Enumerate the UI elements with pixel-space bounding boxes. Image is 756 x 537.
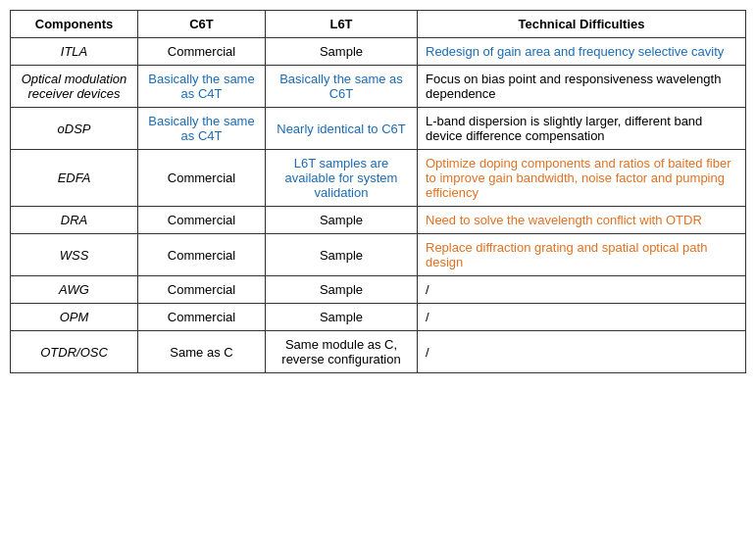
cell-c6t: Commercial [138, 304, 266, 331]
components-table: Components C6T L6T Technical Difficultie… [10, 10, 746, 373]
table-row: oDSPBasically the same as C4TNearly iden… [11, 108, 746, 150]
cell-c6t: Commercial [138, 276, 266, 304]
cell-component: oDSP [11, 108, 138, 150]
cell-component: EDFA [11, 150, 138, 207]
cell-component: AWG [11, 276, 138, 304]
cell-l6t: Sample [266, 38, 418, 66]
cell-c6t: Basically the same as C4T [138, 108, 266, 150]
header-l6t: L6T [266, 11, 418, 38]
cell-tech: Redesign of gain area and frequency sele… [418, 38, 746, 66]
header-c6t: C6T [138, 11, 266, 38]
cell-tech: Optimize doping components and ratios of… [418, 150, 746, 207]
header-tech: Technical Difficulties [418, 11, 746, 38]
cell-c6t: Commercial [138, 38, 266, 66]
cell-component: OPM [11, 304, 138, 331]
header-components: Components [11, 11, 138, 38]
cell-tech: / [418, 304, 746, 331]
cell-component: Optical modulation receiver devices [11, 66, 138, 108]
cell-tech: / [418, 331, 746, 373]
table-row: Optical modulation receiver devicesBasic… [11, 66, 746, 108]
cell-l6t: Basically the same as C6T [266, 66, 418, 108]
cell-l6t: Sample [266, 276, 418, 304]
table-row: OPMCommercialSample/ [11, 304, 746, 331]
table-row: DRACommercialSampleNeed to solve the wav… [11, 207, 746, 234]
cell-c6t: Commercial [138, 150, 266, 207]
cell-l6t: Sample [266, 304, 418, 331]
table-row: ITLACommercialSampleRedesign of gain are… [11, 38, 746, 66]
table-row: WSSCommercialSampleReplace diffraction g… [11, 234, 746, 276]
cell-component: OTDR/OSC [11, 331, 138, 373]
cell-tech: Focus on bias point and responsiveness w… [418, 66, 746, 108]
cell-component: ITLA [11, 38, 138, 66]
cell-component: WSS [11, 234, 138, 276]
cell-tech: L-band dispersion is slightly larger, di… [418, 108, 746, 150]
cell-component: DRA [11, 207, 138, 234]
cell-tech: Need to solve the wavelength conflict wi… [418, 207, 746, 234]
table-row: AWGCommercialSample/ [11, 276, 746, 304]
cell-c6t: Commercial [138, 234, 266, 276]
cell-c6t: Commercial [138, 207, 266, 234]
cell-l6t: Sample [266, 207, 418, 234]
cell-l6t: Sample [266, 234, 418, 276]
cell-tech: / [418, 276, 746, 304]
cell-c6t: Basically the same as C4T [138, 66, 266, 108]
cell-l6t: L6T samples are available for system val… [266, 150, 418, 207]
table-row: OTDR/OSCSame as CSame module as C, rever… [11, 331, 746, 373]
table-row: EDFACommercialL6T samples are available … [11, 150, 746, 207]
cell-l6t: Same module as C, reverse configuration [266, 331, 418, 373]
cell-tech: Replace diffraction grating and spatial … [418, 234, 746, 276]
cell-l6t: Nearly identical to C6T [266, 108, 418, 150]
cell-c6t: Same as C [138, 331, 266, 373]
